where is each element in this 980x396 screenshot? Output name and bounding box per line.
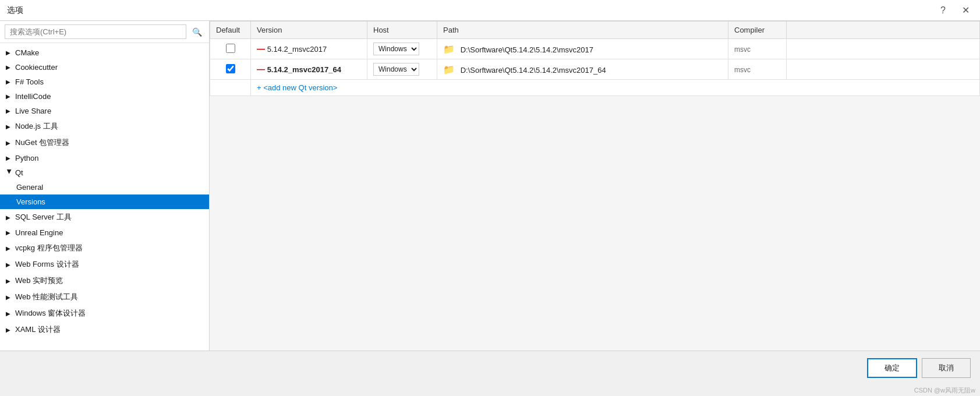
sidebar-item-cmake[interactable]: ▶ CMake [0, 45, 209, 60]
expand-arrow: ▶ [6, 140, 13, 146]
sidebar-item-label: General [16, 183, 43, 192]
default-checkbox-row1[interactable] [226, 44, 235, 53]
col-header-version: Version [251, 22, 367, 39]
sidebar-item-label: Live Share [15, 107, 51, 115]
watermark: CSDN @w风雨无阻w [0, 385, 980, 396]
expand-arrow: ▶ [6, 327, 13, 333]
sidebar-item-label: Python [15, 154, 38, 162]
confirm-button[interactable]: 确定 [867, 358, 917, 378]
version-cell-row2: — 5.14.2_msvc2017_64 [251, 59, 367, 80]
sidebar-item-label: F# Tools [15, 77, 44, 86]
close-button[interactable]: ✕ [958, 3, 973, 17]
search-button[interactable]: 🔍 [190, 26, 204, 38]
cancel-button[interactable]: 取消 [922, 358, 971, 378]
sidebar-item-xaml[interactable]: ▶ XAML 设计器 [0, 321, 209, 338]
expand-arrow: ▶ [6, 261, 13, 268]
version-cell-row1: — 5.14.2_msvc2017 [251, 39, 367, 59]
col-header-default: Default [210, 22, 251, 39]
expand-arrow: ▶ [6, 79, 13, 85]
sidebar-item-web-forms[interactable]: ▶ Web Forms 设计器 [0, 256, 209, 273]
sidebar-item-vcpkg[interactable]: ▶ vcpkg 程序包管理器 [0, 240, 209, 256]
title-bar: 选项 ? ✕ [0, 0, 980, 21]
expand-arrow: ▶ [6, 64, 13, 70]
sidebar-item-live-share[interactable]: ▶ Live Share [0, 104, 209, 118]
sidebar-item-windows-forms[interactable]: ▶ Windows 窗体设计器 [0, 305, 209, 321]
sidebar-item-label: NuGet 包管理器 [15, 137, 69, 148]
sidebar-item-label: Web 实时预览 [15, 275, 63, 286]
sidebar-item-label: Web Forms 设计器 [15, 259, 79, 270]
sidebar-item-qt-general[interactable]: General [0, 180, 209, 195]
footer: 确定 取消 [0, 351, 980, 385]
sidebar-item-label: Web 性能测试工具 [15, 292, 78, 302]
col-header-compiler: Compiler [728, 22, 787, 39]
compiler-label-row1: msvc [734, 45, 751, 54]
help-button[interactable]: ? [937, 4, 949, 17]
add-version-label: <add new Qt version> [263, 83, 337, 92]
host-select-row1[interactable]: Windows Linux macOS [373, 43, 419, 55]
compiler-label-row2: msvc [734, 66, 751, 74]
version-label-row2: 5.14.2_msvc2017_64 [267, 65, 341, 74]
sidebar-item-label: vcpkg 程序包管理器 [15, 243, 83, 253]
sidebar-item-label: Qt [15, 168, 23, 177]
add-version-button[interactable]: + <add new Qt version> [257, 83, 337, 92]
folder-icon-row2: 📁 [443, 64, 455, 75]
path-label-row1: D:\Sorftware\Qt5.14.2\5.14.2\msvc2017 [461, 45, 593, 54]
expand-arrow: ▶ [6, 123, 13, 130]
versions-table: Default Version Host Path Compiler — 5 [210, 21, 980, 96]
col-header-path: Path [437, 22, 728, 39]
minus-icon-row1: — [257, 44, 265, 54]
expand-arrow: ▶ [6, 310, 13, 317]
add-icon: + [257, 83, 263, 92]
minus-icon-row2: — [257, 65, 265, 74]
sidebar-item-unreal-engine[interactable]: ▶ Unreal Engine [0, 225, 209, 240]
sidebar-item-nodejs[interactable]: ▶ Node.js 工具 [0, 118, 209, 135]
sidebar-item-intellicode[interactable]: ▶ IntelliCode [0, 89, 209, 104]
version-label-row1: 5.14.2_msvc2017 [267, 45, 327, 54]
host-select-row2[interactable]: Windows Linux macOS [373, 63, 419, 76]
sidebar-item-web-perf[interactable]: ▶ Web 性能测试工具 [0, 289, 209, 305]
add-version-row[interactable]: + <add new Qt version> [210, 80, 980, 96]
table-row: — 5.14.2_msvc2017_64 Windows Linux macOS… [210, 59, 980, 80]
title-actions: ? ✕ [937, 3, 973, 17]
host-cell-row2[interactable]: Windows Linux macOS [367, 59, 437, 80]
sidebar-item-nuget[interactable]: ▶ NuGet 包管理器 [0, 135, 209, 151]
main-content: 🔍 ▶ CMake ▶ Cookiecutter ▶ F# Tools ▶ In… [0, 21, 980, 351]
add-icon-cell [210, 80, 251, 96]
expand-arrow: ▶ [6, 278, 13, 284]
default-checkbox-cell[interactable] [210, 59, 251, 80]
sidebar-item-web-preview[interactable]: ▶ Web 实时预览 [0, 273, 209, 289]
compiler-cell-row1: msvc [728, 39, 787, 59]
expand-arrow: ▶ [6, 294, 13, 300]
host-cell-row1[interactable]: Windows Linux macOS [367, 39, 437, 59]
path-label-row2: D:\Sorftware\Qt5.14.2\5.14.2\msvc2017_64 [461, 66, 606, 75]
right-panel: Default Version Host Path Compiler — 5 [210, 21, 980, 351]
expand-arrow: ▶ [6, 93, 13, 100]
sidebar-item-label: Cookiecutter [15, 63, 58, 72]
expand-arrow: ▶ [6, 214, 13, 221]
tree-list: ▶ CMake ▶ Cookiecutter ▶ F# Tools ▶ Inte… [0, 43, 209, 351]
path-cell-row2: 📁 D:\Sorftware\Qt5.14.2\5.14.2\msvc2017_… [437, 59, 728, 80]
add-version-cell[interactable]: + <add new Qt version> [251, 80, 980, 96]
expand-arrow: ▶ [6, 108, 13, 114]
sidebar: 🔍 ▶ CMake ▶ Cookiecutter ▶ F# Tools ▶ In… [0, 21, 210, 351]
col-header-extra [787, 22, 980, 39]
expand-arrow: ▶ [6, 245, 13, 252]
sidebar-item-label: Versions [16, 197, 45, 206]
sidebar-item-qt[interactable]: ▶ Qt [0, 165, 209, 180]
sidebar-item-fsharp[interactable]: ▶ F# Tools [0, 75, 209, 89]
col-header-host: Host [367, 22, 437, 39]
sidebar-item-sql-server[interactable]: ▶ SQL Server 工具 [0, 209, 209, 225]
panel-spacer [210, 96, 980, 351]
expand-arrow: ▶ [6, 169, 13, 176]
sidebar-item-cookiecutter[interactable]: ▶ Cookiecutter [0, 60, 209, 75]
extra-cell-row1 [787, 39, 980, 59]
sidebar-item-python[interactable]: ▶ Python [0, 151, 209, 165]
default-checkbox-cell[interactable] [210, 39, 251, 59]
default-checkbox-row2[interactable] [226, 64, 235, 73]
expand-arrow: ▶ [6, 50, 13, 56]
extra-cell-row2 [787, 59, 980, 80]
search-input[interactable] [5, 24, 186, 39]
sidebar-item-qt-versions[interactable]: Versions [0, 195, 209, 209]
sidebar-item-label: CMake [15, 48, 39, 57]
folder-icon-row1: 📁 [443, 44, 455, 55]
